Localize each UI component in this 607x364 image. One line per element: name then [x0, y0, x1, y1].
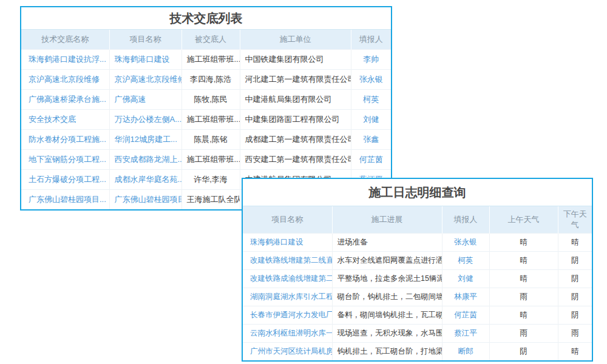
progress-cell: 砌台阶，钩机排土，二包砌间墙...	[332, 288, 442, 306]
weather-am-cell: 阴	[489, 343, 558, 361]
progress-cell: 进场准备	[332, 234, 442, 252]
col-header-weather-am: 上午天气	[489, 206, 558, 234]
project-name-link[interactable]: 华润12城房建工...	[109, 130, 181, 150]
disclosure-name-link[interactable]: 广佛高速桥梁承台施...	[21, 90, 109, 110]
progress-cell: 备料，砌间墙钩机排土，瓦工砌...	[332, 306, 442, 325]
progress-cell: 平整场地，拉走多余泥土15辆泥...	[332, 270, 442, 288]
table-row: 珠海鹤港口建设抗浮... 珠海鹤港口建设 施工班组带班... 中国铁建集团有限公…	[21, 50, 391, 70]
reporter-link[interactable]: 张永银	[442, 234, 489, 252]
progress-cell: 现场巡查，无积水现象，水马围...	[332, 325, 442, 343]
col-header-disclosure-name: 技术交底名称	[21, 30, 109, 50]
project-name-link[interactable]: 长春市伊通河水力发电厂改建工程	[243, 306, 332, 325]
progress-cell: 钩机排土，瓦工砌台阶，打地梁...	[332, 343, 442, 361]
table-row: 广佛高速桥梁承台施... 广佛高速 陈牧,陈民 中建港航局集团有限公司 柯英	[21, 90, 391, 110]
table-row: 防水卷材分项工程施... 华润12城房建工... 陈晨,陈铭 成都建工第一建筑有…	[21, 130, 391, 150]
unit-cell: 河北建工第一建筑有限责任公司	[240, 70, 351, 90]
reporter-link[interactable]: 柯英	[442, 252, 489, 270]
reporter-link[interactable]: 何芷茵	[351, 150, 391, 170]
weather-am-cell: 晴	[489, 270, 558, 288]
disclosure-name-link[interactable]: 珠海鹤港口建设抗浮...	[21, 50, 109, 70]
receiver-cell: 王海施工队全队	[181, 190, 240, 210]
disclosure-name-link[interactable]: 土石方爆破分项工程...	[21, 170, 109, 190]
project-name-link[interactable]: 珠海鹤港口建设	[243, 234, 332, 252]
receiver-cell: 施工班组带班...	[181, 110, 240, 130]
tech-table-header-row: 技术交底名称 项目名称 被交底人 施工单位 填报人	[21, 30, 391, 50]
receiver-cell: 施工班组带班...	[181, 50, 240, 70]
table-row: 长春市伊通河水力发电厂改建工程 备料，砌间墙钩机排土，瓦工砌... 何芷茵 晴 …	[243, 306, 592, 325]
weather-pm-cell: 阴	[558, 270, 592, 288]
reporter-link[interactable]: 张鑫	[351, 130, 391, 150]
col-header-project-name: 项目名称	[109, 30, 181, 50]
col-header-reporter: 填报人	[351, 30, 391, 50]
table-row: 云南水利枢纽潜明水库一期工程 现场巡查，无积水现象，水马围... 蔡江平 雨 雨	[243, 325, 592, 343]
table-row: 安全技术交底 万达办公楼左侧A... 施工班组带班... 中建集团路面工程有限公…	[21, 110, 391, 130]
reporter-link[interactable]: 柯英	[351, 90, 391, 110]
weather-pm-cell: 阴	[558, 252, 592, 270]
receiver-cell: 施工班组带班...	[181, 150, 240, 170]
disclosure-name-link[interactable]: 防水卷材分项工程施...	[21, 130, 109, 150]
receiver-cell: 陈牧,陈民	[181, 90, 240, 110]
project-name-link[interactable]: 改建铁路成渝线增建第二直通线	[243, 270, 332, 288]
weather-pm-cell: 阴	[558, 306, 592, 325]
project-name-link[interactable]: 西安成都路龙湖上...	[109, 150, 181, 170]
reporter-link[interactable]: 刘健	[351, 110, 391, 130]
disclosure-name-link[interactable]: 广东佛山碧桂园项目...	[21, 190, 109, 210]
project-name-link[interactable]: 成都水岸华庭名苑...	[109, 170, 181, 190]
construction-log-table: 项目名称 施工进展 填报人 上午天气 下午天气 珠海鹤港口建设 进场准备 张永银…	[243, 206, 592, 360]
unit-cell: 中国铁建集团有限公司	[240, 50, 351, 70]
construction-log-panel: 施工日志明细查询 项目名称 施工进展 填报人 上午天气 下午天气 珠海鹤港口建设…	[242, 178, 593, 362]
weather-am-cell: 晴	[489, 252, 558, 270]
col-header-unit: 施工单位	[240, 30, 351, 50]
reporter-link[interactable]: 张永银	[351, 70, 391, 90]
receiver-cell: 陈晨,陈铭	[181, 130, 240, 150]
project-name-link[interactable]: 万达办公楼左侧A...	[109, 110, 181, 130]
construction-log-title: 施工日志明细查询	[243, 179, 592, 206]
unit-cell: 西安建工第一建筑有限责任公司	[240, 150, 351, 170]
log-table-header-row: 项目名称 施工进展 填报人 上午天气 下午天气	[243, 206, 592, 234]
weather-am-cell: 雨	[489, 288, 558, 306]
col-header-receiver: 被交底人	[181, 30, 240, 50]
col-header-progress: 施工进展	[332, 206, 442, 234]
receiver-cell: 李四海,陈浩	[181, 70, 240, 90]
reporter-link[interactable]: 何芷茵	[442, 306, 489, 325]
progress-cell: 水车对全线遮阳网覆盖点进行洒...	[332, 252, 442, 270]
project-name-link[interactable]: 广佛高速	[109, 90, 181, 110]
weather-pm-cell: 雨	[558, 325, 592, 343]
table-row: 广州市天河区统计局机房改造项目 钩机排土，瓦工砌台阶，打地梁... 断郎 阴 晴	[243, 343, 592, 361]
table-row: 改建铁路成渝线增建第二直通线 平整场地，拉走多余泥土15辆泥... 刘健 晴 阴	[243, 270, 592, 288]
disclosure-name-link[interactable]: 京沪高速北京段维修	[21, 70, 109, 90]
reporter-link[interactable]: 断郎	[442, 343, 489, 361]
weather-pm-cell: 阴	[558, 288, 592, 306]
col-header-reporter: 填报人	[442, 206, 489, 234]
project-name-link[interactable]: 珠海鹤港口建设	[109, 50, 181, 70]
disclosure-name-link[interactable]: 安全技术交底	[21, 110, 109, 130]
table-row: 地下室钢筋分项工程... 西安成都路龙湖上... 施工班组带班... 西安建工第…	[21, 150, 391, 170]
table-row: 改建铁路线增建第二线直通线 水车对全线遮阳网覆盖点进行洒... 柯英 晴 阴	[243, 252, 592, 270]
weather-am-cell: 晴	[489, 306, 558, 325]
reporter-link[interactable]: 蔡江平	[442, 325, 489, 343]
project-name-link[interactable]: 广州市天河区统计局机房改造项目	[243, 343, 332, 361]
weather-pm-cell: 晴	[558, 234, 592, 252]
project-name-link[interactable]: 京沪高速北京段维修	[109, 70, 181, 90]
tech-disclosure-title: 技术交底列表	[21, 7, 391, 30]
table-row: 湖南洞庭湖水库引水工程施工标 砌台阶，钩机排土，二包砌间墙... 林康平 雨 阴	[243, 288, 592, 306]
project-name-link[interactable]: 湖南洞庭湖水库引水工程施工标	[243, 288, 332, 306]
disclosure-name-link[interactable]: 地下室钢筋分项工程...	[21, 150, 109, 170]
reporter-link[interactable]: 刘健	[442, 270, 489, 288]
col-header-weather-pm: 下午天气	[558, 206, 592, 234]
reporter-link[interactable]: 林康平	[442, 288, 489, 306]
weather-am-cell: 雨	[489, 325, 558, 343]
unit-cell: 成都建工第一建筑有限责任公司	[240, 130, 351, 150]
unit-cell: 中建集团路面工程有限公司	[240, 110, 351, 130]
table-row: 珠海鹤港口建设 进场准备 张永银 晴 晴	[243, 234, 592, 252]
reporter-link[interactable]: 李帅	[351, 50, 391, 70]
col-header-project-name: 项目名称	[243, 206, 332, 234]
receiver-cell: 许华,李海	[181, 170, 240, 190]
weather-am-cell: 晴	[489, 234, 558, 252]
project-name-link[interactable]: 广东佛山碧桂园项目	[109, 190, 181, 210]
unit-cell: 中建港航局集团有限公司	[240, 90, 351, 110]
project-name-link[interactable]: 改建铁路线增建第二线直通线	[243, 252, 332, 270]
project-name-link[interactable]: 云南水利枢纽潜明水库一期工程	[243, 325, 332, 343]
weather-pm-cell: 晴	[558, 343, 592, 361]
table-row: 京沪高速北京段维修 京沪高速北京段维修 李四海,陈浩 河北建工第一建筑有限责任公…	[21, 70, 391, 90]
